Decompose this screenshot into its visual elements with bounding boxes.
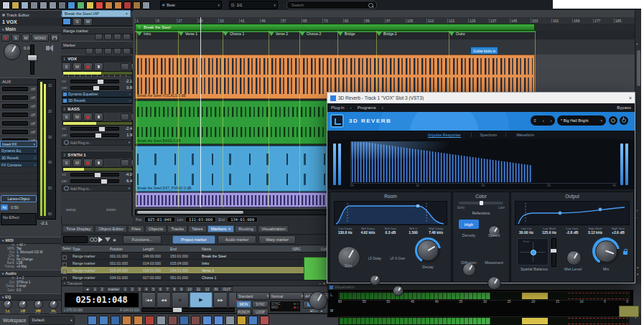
search-input[interactable] — [290, 2, 368, 8]
project-tab[interactable]: Break the Steel.VIP × — [62, 10, 131, 17]
grid-combo[interactable]: G 1/1 ▾ — [229, 1, 278, 9]
mixer-view-icon[interactable] — [99, 316, 108, 325]
marker-menu-button[interactable] — [123, 48, 131, 55]
view-eye-icon[interactable] — [168, 316, 177, 325]
high-button[interactable]: High — [459, 220, 479, 229]
column-type[interactable]: Type — [71, 247, 108, 251]
nudge-left-icon[interactable]: ◄ — [309, 309, 312, 313]
room-damping-graph[interactable] — [334, 201, 447, 225]
track-strip-header-synth[interactable]: 3 SYNTH 1 ▾ — [61, 151, 137, 159]
dual-view-icon[interactable] — [111, 316, 120, 325]
tab-visualization[interactable]: Visualization — [258, 225, 289, 232]
no-effect-box[interactable]: No Effect — [1, 213, 37, 225]
room-param[interactable]: Bell Q 1.500 — [402, 227, 425, 235]
crossfade-icon[interactable] — [77, 1, 85, 9]
cue-button[interactable]: 10 — [185, 286, 194, 292]
record-arm-button[interactable] — [83, 159, 93, 167]
cue-button[interactable]: 11 — [195, 286, 202, 292]
monitor-button[interactable]: MON — [236, 301, 251, 308]
close-icon[interactable]: × — [323, 281, 325, 286]
impulse-graph[interactable] — [350, 141, 617, 184]
zoom-in-icon[interactable] — [202, 316, 212, 325]
column-position[interactable]: Position — [108, 247, 141, 251]
lock-icon[interactable] — [121, 63, 129, 70]
insert-fx-slot[interactable]: Dynamic Eq ▾ — [0, 147, 37, 154]
mute-all-button[interactable]: M — [83, 18, 93, 26]
cue-button[interactable]: 5 — [150, 286, 157, 292]
table-row[interactable]: Range marker 015:04:000 018:01:000 034:0… — [61, 267, 328, 274]
loop-button[interactable]: LOOP — [252, 308, 269, 316]
mix-knob[interactable] — [592, 237, 620, 265]
plugin-titlebar[interactable]: 3D Reverb - Track 1 "VOX" Slot 3 (VST3) … — [327, 93, 635, 103]
gear-icon[interactable]: ✱ — [113, 237, 116, 242]
plugin-menu[interactable]: Plug-in — [331, 105, 345, 110]
cut-icon[interactable] — [39, 1, 47, 9]
tab-objects[interactable]: Objects — [145, 225, 167, 232]
volume-slider[interactable] — [70, 127, 119, 131]
range-prev-button[interactable] — [95, 34, 103, 40]
lf-delay-knob[interactable] — [370, 275, 381, 286]
cue-button[interactable]: 7 — [164, 286, 171, 292]
add-plugin-slot[interactable]: Add Plug-in... ▾ — [62, 139, 132, 146]
marker-filter-input[interactable] — [63, 236, 88, 243]
shuttle-slider[interactable] — [141, 308, 235, 312]
tab-files[interactable]: Files — [128, 225, 144, 232]
flag-icon[interactable] — [248, 316, 258, 325]
tab-markers[interactable]: Markers × — [207, 225, 235, 232]
power-icon[interactable] — [620, 116, 628, 125]
table-row[interactable]: Range marker 001:01:000 149:00:000 150:0… — [61, 253, 328, 260]
volume-fader-handle[interactable] — [27, 55, 37, 61]
mono-button[interactable]: MONO — [32, 34, 49, 42]
track-strip-header-vox[interactable]: 1 VOX ▾ — [61, 55, 137, 62]
eq-band-knob[interactable] — [49, 300, 58, 309]
tab-object-editor[interactable]: Object Editor — [95, 225, 127, 232]
cue-button[interactable]: 2 — [99, 286, 106, 292]
section-marker[interactable]: Bridge — [337, 32, 355, 36]
scroll-up-icon[interactable]: ▲ — [636, 265, 639, 269]
aux-send-row[interactable]: off — [0, 93, 37, 102]
record-tool-icon[interactable] — [145, 316, 154, 325]
open-project-icon[interactable] — [11, 1, 19, 9]
cue-button[interactable]: 9 — [178, 286, 185, 292]
forward-button[interactable]: ▶▶ — [213, 292, 228, 308]
aux-send-row[interactable]: off — [0, 102, 37, 110]
section-marker[interactable]: Chorus 2 — [299, 32, 321, 36]
zoom-out-button[interactable]: − — [636, 215, 638, 220]
record-arm-button[interactable] — [83, 62, 93, 71]
monitor-button[interactable] — [94, 113, 103, 121]
solo-button[interactable]: S — [62, 159, 71, 167]
tempo-mode-dropdown[interactable]: Normal ▾ — [269, 292, 305, 300]
aux-send-row[interactable]: off — [0, 110, 37, 119]
add-plugin-slot[interactable]: Add Plug-in... ▾ — [62, 185, 132, 192]
mute-tool-icon[interactable] — [122, 316, 131, 325]
aux-send-row[interactable]: off — [0, 85, 37, 93]
range-add-button[interactable] — [113, 34, 121, 40]
marker-del-button[interactable] — [113, 48, 121, 55]
zoom-out-icon[interactable] — [214, 316, 223, 325]
solo-all-button[interactable]: S — [73, 18, 82, 26]
tab-routing[interactable]: Routing — [235, 225, 257, 232]
output-param[interactable]: Low Cut 30.00 Hz — [515, 227, 538, 235]
plugin-settings-icon[interactable] — [609, 116, 617, 125]
song-range-marker[interactable]: Break the Steel — [135, 24, 535, 31]
record-options-icon[interactable] — [123, 1, 131, 9]
record-arm-button[interactable] — [1, 34, 10, 42]
lock-icon[interactable] — [121, 159, 129, 166]
tab-spectrum[interactable]: Spectrum — [471, 133, 507, 137]
workspace-dropdown[interactable]: Default ▾ — [29, 316, 75, 325]
mute-button[interactable]: M — [73, 113, 82, 121]
mute-button[interactable]: M — [73, 62, 82, 71]
range-next-button[interactable] — [104, 34, 112, 40]
tab-close-icon[interactable]: × — [126, 11, 128, 16]
marker-view-icon[interactable] — [191, 316, 200, 325]
object-editor-icon[interactable] — [67, 1, 75, 9]
mute-button[interactable]: M — [73, 159, 82, 167]
preset-list-icon[interactable]: ≡ — [533, 118, 536, 123]
audio-marker-button[interactable]: Audio marker — [218, 235, 256, 244]
midi-row[interactable]: Transp +0 Maj — [0, 265, 61, 268]
rewind-button[interactable]: ◀◀ — [157, 292, 171, 308]
tab-close-icon[interactable]: × — [228, 227, 230, 231]
output-param[interactable]: High Gain +2.6 dB — [607, 227, 630, 235]
output-param[interactable]: High Shelf 3.12 kHz — [584, 227, 607, 235]
scroll-down-icon[interactable]: ▼ — [636, 273, 639, 276]
